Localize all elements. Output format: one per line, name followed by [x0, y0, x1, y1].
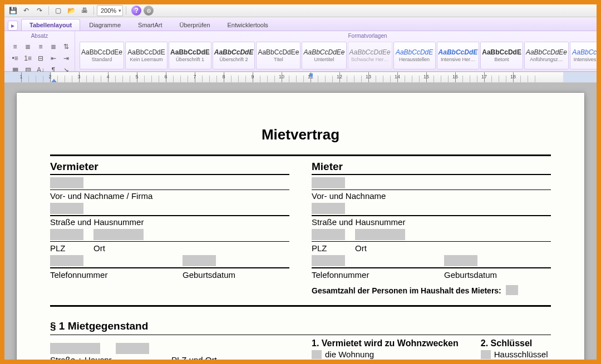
- field-label: Geburtsdatum: [183, 270, 235, 280]
- open-icon[interactable]: 📂: [65, 5, 77, 16]
- style-tile[interactable]: AaBbCcDdEIntensives An…: [570, 42, 601, 69]
- field-label: PLZ: [312, 243, 345, 253]
- persons-note: Gesamtzahl der Personen im Haushalt des …: [312, 286, 501, 295]
- group-absatz: Absatz ≡ ≣ ≡ ≣ ⇅ •≡ 1≡ ⊟ ⇤ ⇥ ▦ ▨ A↓ ¶: [4, 31, 75, 71]
- quick-access-toolbar: 💾 ↶ ↷ ▢ 📂 🖶 200% ▾ ? ⚙: [4, 4, 597, 17]
- input-placeholder[interactable]: [312, 229, 345, 240]
- style-tile[interactable]: AaBbCcDdEKein Leerraum: [125, 42, 168, 69]
- align-left-icon[interactable]: ≡: [8, 41, 22, 53]
- multilevel-icon[interactable]: ⊟: [34, 52, 47, 64]
- style-tile[interactable]: AaBbCcDdEHerausstellen: [393, 42, 436, 69]
- decrease-indent-icon[interactable]: ⇤: [47, 52, 60, 64]
- mieter-column: Mieter Vor- und Nachname Straße und Haus…: [312, 161, 551, 295]
- input-placeholder[interactable]: [312, 203, 345, 214]
- style-tile[interactable]: AaBbCcDdEIntensive Her…: [437, 42, 480, 69]
- print-icon[interactable]: 🖶: [78, 5, 91, 16]
- input-placeholder[interactable]: [506, 285, 518, 295]
- field-label: die Wohnung: [325, 350, 374, 359]
- field-label: Vor- und Nachname: [312, 191, 551, 201]
- field-label: Straße + Hausnr: [50, 355, 161, 360]
- undo-icon[interactable]: ↶: [20, 5, 32, 16]
- save-icon[interactable]: 💾: [7, 5, 19, 16]
- group-label: Absatz: [8, 32, 71, 40]
- input-placeholder[interactable]: [355, 229, 405, 240]
- zoom-value: 200%: [101, 7, 116, 14]
- new-doc-icon[interactable]: ▢: [52, 5, 64, 16]
- ribbon-tab[interactable]: Überprüfen: [171, 19, 218, 31]
- paragraph-heading: § 1 Mietgegenstand: [50, 320, 551, 332]
- toolbox-icon[interactable]: ⚙: [144, 6, 154, 16]
- field-label: PLZ und Ort: [171, 355, 217, 360]
- group-styles: Formatvorlagen AaBbCcDdEeStandardAaBbCcD…: [75, 31, 601, 71]
- checkbox-placeholder[interactable]: [312, 350, 322, 359]
- input-placeholder[interactable]: [116, 343, 149, 354]
- bullets-icon[interactable]: •≡: [8, 52, 22, 64]
- input-placeholder[interactable]: [50, 177, 83, 188]
- input-placeholder[interactable]: [50, 255, 83, 266]
- vermieter-column: Vermieter Vor- und Nachname / Firma Stra…: [50, 161, 289, 295]
- horizontal-ruler[interactable]: 123456789101112131415161718: [4, 72, 597, 83]
- input-placeholder[interactable]: [312, 177, 345, 188]
- numbered-heading: 2. Schlüssel: [481, 338, 548, 348]
- numbered-heading: 1. Vermietet wird zu Wohnzwecken: [312, 338, 459, 348]
- field-label: Hausschlüssel: [494, 350, 548, 359]
- first-line-indent-marker[interactable]: [51, 79, 57, 82]
- tab-stop-marker[interactable]: [309, 73, 313, 77]
- line-spacing-icon[interactable]: ⇅: [60, 41, 73, 53]
- input-placeholder[interactable]: [50, 203, 83, 214]
- justify-icon[interactable]: ≣: [47, 41, 60, 53]
- style-tile[interactable]: AaBbCcDdEeAnführungsz…: [524, 42, 569, 69]
- field-label: Telefonnummer: [312, 270, 434, 280]
- align-right-icon[interactable]: ≡: [34, 41, 47, 53]
- redo-icon[interactable]: ↷: [33, 5, 46, 16]
- group-label: Formatvorlagen: [78, 32, 601, 40]
- ribbon-tab[interactable]: Entwicklertools: [219, 19, 277, 31]
- style-tile[interactable]: AaBbCcDdEeUntertitel: [302, 42, 346, 69]
- style-tile[interactable]: AaBbCcDdEeStandard: [80, 42, 124, 69]
- field-label: Vor- und Nachname / Firma: [50, 191, 289, 201]
- ribbon-tab[interactable]: SmartArt: [130, 19, 170, 31]
- field-label: Straße und Hausnummer: [50, 217, 289, 227]
- ribbon-tab[interactable]: Diagramme: [81, 19, 129, 31]
- help-icon[interactable]: ?: [131, 6, 141, 16]
- ribbon: Absatz ≡ ≣ ≡ ≣ ⇅ •≡ 1≡ ⊟ ⇤ ⇥ ▦ ▨ A↓ ¶: [4, 31, 597, 72]
- word-window: 💾 ↶ ↷ ▢ 📂 🖶 200% ▾ ? ⚙ ▸ TabellenlayoutD…: [4, 4, 597, 360]
- field-label: Straße und Hausnummer: [312, 217, 551, 227]
- ribbon-tab-strip: ▸ TabellenlayoutDiagrammeSmartArtÜberprü…: [4, 17, 597, 31]
- checkbox-placeholder[interactable]: [481, 350, 491, 359]
- input-placeholder[interactable]: [444, 255, 477, 266]
- field-label: Geburtsdatum: [444, 270, 497, 280]
- document-title: Mietvertrag: [50, 126, 551, 143]
- ribbon-tab[interactable]: Tabellenlayout: [21, 19, 80, 31]
- section-heading: Mieter: [312, 161, 551, 173]
- field-label: Ort: [355, 243, 367, 253]
- numbering-icon[interactable]: 1≡: [21, 52, 35, 64]
- field-label: Telefonnummer: [50, 270, 173, 280]
- input-placeholder[interactable]: [93, 229, 144, 240]
- field-label: PLZ: [50, 243, 83, 253]
- style-tile[interactable]: AaBbCcDdEeTitel: [256, 42, 300, 69]
- ribbon-prev-icon[interactable]: ▸: [8, 21, 18, 31]
- style-tile[interactable]: AaBbCcDdEÜberschrift 1: [169, 42, 211, 69]
- input-placeholder[interactable]: [50, 229, 83, 240]
- document-viewport[interactable]: Mietvertrag Vermieter Vor- und Nachname …: [4, 83, 597, 360]
- chevron-down-icon: ▾: [119, 8, 121, 13]
- field-label: Ort: [93, 243, 105, 253]
- zoom-dropdown[interactable]: 200% ▾: [97, 5, 123, 16]
- input-placeholder[interactable]: [50, 343, 100, 354]
- section-heading: Vermieter: [50, 161, 289, 173]
- page: Mietvertrag Vermieter Vor- und Nachname …: [17, 93, 584, 360]
- style-tile[interactable]: AaBbCcDdEÜberschrift 2: [213, 42, 255, 69]
- align-center-icon[interactable]: ≣: [21, 41, 35, 53]
- input-placeholder[interactable]: [183, 255, 216, 266]
- increase-indent-icon[interactable]: ⇥: [60, 52, 73, 64]
- style-tile[interactable]: AaBbCcDdEeSchwache Her…: [348, 42, 392, 69]
- input-placeholder[interactable]: [312, 255, 345, 266]
- style-tile[interactable]: AaBbCcDdEBetont: [480, 42, 523, 69]
